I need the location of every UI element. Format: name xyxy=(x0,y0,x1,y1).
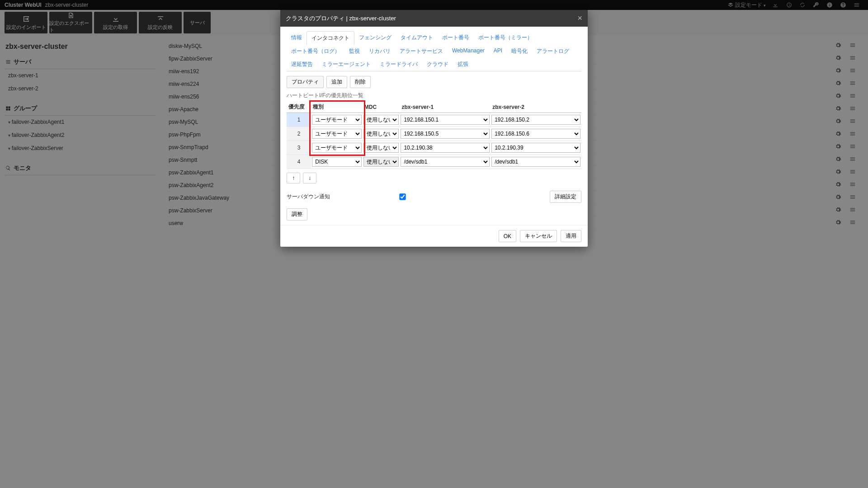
server1-select[interactable]: /dev/sdb1 xyxy=(401,157,490,167)
tab-11[interactable]: API xyxy=(489,45,507,58)
cancel-button[interactable]: キャンセル xyxy=(520,230,557,242)
tab-4[interactable]: ポート番号 xyxy=(438,31,474,45)
col-priority: 優先度 xyxy=(287,101,311,113)
kind-select[interactable]: DISK xyxy=(312,157,361,167)
modal-tabs: 情報インタコネクトフェンシングタイムアウトポート番号ポート番号（ミラー）ポート番… xyxy=(287,31,581,71)
add-button[interactable]: 追加 xyxy=(326,76,347,88)
kind-select[interactable]: ユーザモード xyxy=(312,129,361,139)
ok-button[interactable]: OK xyxy=(499,230,516,242)
tune-button[interactable]: 調整 xyxy=(287,208,307,221)
tab-12[interactable]: 暗号化 xyxy=(507,45,532,58)
col-kind: 種別 xyxy=(311,101,362,113)
tab-13[interactable]: アラートログ xyxy=(532,45,574,58)
hb-row[interactable]: 1ユーザモード使用しない192.168.150.1192.168.150.2 xyxy=(287,113,581,127)
tab-15[interactable]: ミラーエージェント xyxy=(317,58,375,71)
tab-18[interactable]: 拡張 xyxy=(453,58,473,71)
notif-detail-button[interactable]: 詳細設定 xyxy=(550,191,581,203)
server1-select[interactable]: 192.168.150.1 xyxy=(401,115,490,125)
apply-modal-button[interactable]: 適用 xyxy=(561,230,581,242)
close-icon[interactable]: × xyxy=(577,14,582,23)
hb-row[interactable]: 3ユーザモード使用しない10.2.190.3810.2.190.39 xyxy=(287,141,581,155)
hb-priority: 2 xyxy=(287,127,311,141)
modal-overlay: クラスタのプロパティ | zbx-server-cluster × 情報インタコ… xyxy=(0,0,868,488)
mdc-select[interactable]: 使用しない xyxy=(363,143,399,153)
col-server1: zbx-server-1 xyxy=(400,101,491,113)
move-up-button[interactable]: ↑ xyxy=(287,173,300,183)
kind-select[interactable]: ユーザモード xyxy=(312,143,361,153)
tab-16[interactable]: ミラードライバ xyxy=(375,58,422,71)
kind-select[interactable]: ユーザモード xyxy=(312,115,361,125)
hb-table: 優先度 種別 MDC zbx-server-1 zbx-server-2 1ユー… xyxy=(287,101,581,169)
server2-select[interactable]: /dev/sdb1 xyxy=(491,157,580,167)
hb-row[interactable]: 4DISK使用しない/dev/sdb1/dev/sdb1 xyxy=(287,155,581,169)
server2-select[interactable]: 10.2.190.39 xyxy=(491,143,580,153)
tab-8[interactable]: リカバリ xyxy=(364,45,395,58)
property-button[interactable]: プロパティ xyxy=(287,76,324,88)
tab-3[interactable]: タイムアウト xyxy=(396,31,438,45)
mdc-select[interactable]: 使用しない xyxy=(363,157,399,167)
tab-2[interactable]: フェンシング xyxy=(354,31,396,45)
delete-button[interactable]: 削除 xyxy=(350,76,371,88)
server-down-notif-label: サーバダウン通知 xyxy=(287,193,382,201)
tab-6[interactable]: ポート番号（ログ） xyxy=(287,45,344,58)
modal-title: クラスタのプロパティ | zbx-server-cluster xyxy=(286,14,396,23)
cluster-properties-modal: クラスタのプロパティ | zbx-server-cluster × 情報インタコ… xyxy=(280,10,588,247)
hb-priority: 1 xyxy=(287,113,311,127)
mdc-select[interactable]: 使用しない xyxy=(363,129,399,139)
server2-select[interactable]: 192.168.150.6 xyxy=(491,129,580,139)
hb-priority: 3 xyxy=(287,141,311,155)
hb-row[interactable]: 2ユーザモード使用しない192.168.150.5192.168.150.6 xyxy=(287,127,581,141)
col-server2: zbx-server-2 xyxy=(491,101,581,113)
mdc-select[interactable]: 使用しない xyxy=(363,115,399,125)
tab-9[interactable]: アラートサービス xyxy=(395,45,448,58)
hb-priority: 4 xyxy=(287,155,311,169)
tab-7[interactable]: 監視 xyxy=(344,45,364,58)
server2-select[interactable]: 192.168.150.2 xyxy=(491,115,580,125)
hb-list-label: ハートビートI/Fの優先順位一覧 xyxy=(287,92,581,99)
server1-select[interactable]: 10.2.190.38 xyxy=(401,143,490,153)
tab-5[interactable]: ポート番号（ミラー） xyxy=(474,31,537,45)
tab-10[interactable]: WebManager xyxy=(448,45,489,58)
server-down-notif-checkbox[interactable] xyxy=(399,193,406,200)
server1-select[interactable]: 192.168.150.5 xyxy=(401,129,490,139)
tab-0[interactable]: 情報 xyxy=(287,31,307,45)
move-down-button[interactable]: ↓ xyxy=(303,173,316,183)
tab-1[interactable]: インタコネクト xyxy=(307,31,354,45)
tab-14[interactable]: 遅延警告 xyxy=(287,58,317,71)
col-mdc: MDC xyxy=(363,101,400,113)
tab-17[interactable]: クラウド xyxy=(422,58,453,71)
